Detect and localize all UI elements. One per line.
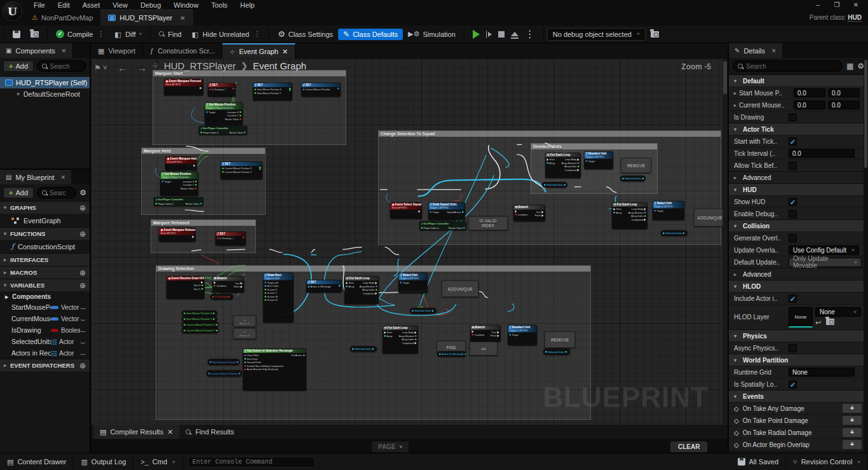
checkbox-checked[interactable]: ✓ bbox=[789, 198, 797, 206]
add-event-button[interactable]: + bbox=[843, 416, 862, 425]
graph-pill-current-mouse-position-y[interactable]: Current Mouse Position Y bbox=[182, 328, 219, 333]
graph-node-get-mouse-position[interactable]: ƒ Get Mouse PositionTarget is Player Con… bbox=[205, 102, 243, 125]
eye-closed-icon[interactable] bbox=[80, 352, 86, 355]
event-row-on-take-any-damage[interactable]: ◇On Take Any Damage bbox=[734, 405, 843, 412]
graph-pill-is-drawing[interactable]: Is Drawing bbox=[210, 294, 233, 300]
menu-tools[interactable]: Tools bbox=[205, 1, 233, 10]
eventgraph-item[interactable]: EventGraph bbox=[0, 214, 90, 227]
find-button[interactable]: Find bbox=[154, 29, 186, 40]
play-options-icon[interactable]: ⋮ bbox=[525, 28, 535, 40]
graph-pill-start-mouse-position-y[interactable]: Start Mouse Position Y bbox=[182, 316, 217, 322]
variable-selectedunits[interactable]: SelectedUnitsActor bbox=[0, 336, 90, 347]
display-filter-icon[interactable]: ▦ bbox=[846, 62, 853, 71]
graph-node-set[interactable]: ƒ SETCurrent Mouse Position XCurrent Mou… bbox=[220, 162, 262, 179]
details-section-default[interactable]: ▾Default bbox=[729, 74, 864, 86]
details-search[interactable] bbox=[733, 60, 843, 72]
menu-help[interactable]: Help bbox=[234, 1, 261, 10]
browse-asset-button[interactable] bbox=[25, 29, 44, 39]
variable-startmousepos[interactable]: StartMousePosVector bbox=[0, 301, 90, 313]
constructionscript-item[interactable]: ƒConstructionScript bbox=[0, 240, 90, 253]
frame-advance-button[interactable] bbox=[486, 31, 492, 38]
add-event-button[interactable]: + bbox=[843, 440, 862, 449]
my-blueprint-search[interactable] bbox=[37, 187, 76, 198]
graph-pill-selected-units[interactable]: Selected Units bbox=[542, 182, 567, 188]
add-macros-icon[interactable]: ⊕ bbox=[79, 268, 86, 277]
stop-button[interactable] bbox=[498, 31, 505, 38]
menu-debug[interactable]: Debug bbox=[135, 1, 166, 10]
graph-node-set[interactable]: ƒ SETActors in Rectangle bbox=[306, 280, 342, 293]
eye-closed-icon[interactable] bbox=[80, 317, 86, 321]
number-field[interactable]: 0.0 bbox=[828, 100, 860, 109]
graph-pill-selected-units[interactable]: Selected Units bbox=[661, 230, 688, 236]
components-search[interactable] bbox=[37, 60, 86, 72]
add-event-button[interactable]: + bbox=[843, 428, 862, 437]
text-field[interactable]: 0.0 bbox=[789, 149, 855, 158]
graph-node-for-each-loop[interactable]: ⟳ For Each LoopExecArrayLoop BodyArray E… bbox=[612, 202, 648, 229]
add-event-dispatchers-icon[interactable]: ⊕ bbox=[79, 361, 86, 370]
eye-closed-icon[interactable] bbox=[80, 306, 86, 309]
graph-pill-selected-units[interactable]: Selected Units bbox=[410, 308, 437, 314]
graph-pill-current-mouse-position-x[interactable]: Current Mouse Position X bbox=[182, 322, 219, 328]
simulation-button[interactable]: ▶⚙Simulation bbox=[403, 28, 461, 40]
details-section-collision[interactable]: ▾Collision bbox=[729, 219, 864, 232]
graph-pill-selected-units[interactable]: Selected Units bbox=[350, 346, 377, 352]
eject-button[interactable] bbox=[511, 32, 519, 36]
section-macros[interactable]: ▸MACROS⊕ bbox=[0, 266, 90, 279]
graph-node-event-marquee-released[interactable]: ◆ Event Marquee ReleasedFrom BP RTS bbox=[159, 228, 196, 242]
results-tab-find-results[interactable]: Find Results bbox=[179, 425, 240, 439]
all-saved-button[interactable]: All Saved bbox=[731, 453, 786, 470]
clear-button[interactable]: CLEAR bbox=[670, 441, 707, 452]
revision-control-button[interactable]: ⑂Revision Control˅ bbox=[786, 453, 868, 470]
checkbox[interactable] bbox=[789, 234, 797, 242]
checkbox[interactable] bbox=[789, 162, 797, 170]
breadcrumb-root[interactable]: HUD_RTSPlayer bbox=[164, 60, 236, 71]
event-graph-canvas[interactable]: ⚑ ˅ ← → ⁘ HUD_RTSPlayer ❯ Event Graph Zo… bbox=[91, 59, 728, 425]
graph-node-set[interactable]: ƒ SETCurrent Mouse Position bbox=[301, 83, 341, 97]
close-button[interactable]: ✕ bbox=[849, 1, 863, 9]
maximize-button[interactable]: ❐ bbox=[830, 1, 844, 9]
section-graphs[interactable]: ▾GRAPHS⊕ bbox=[0, 201, 90, 214]
checkbox-checked[interactable]: ✓ bbox=[789, 294, 797, 303]
my-blueprint-search-input[interactable] bbox=[50, 190, 72, 197]
graph-node-draw-rect[interactable]: ƒ Draw RectTarget is HUDTarget selfRect … bbox=[263, 273, 294, 322]
graph-node-deselect-unit[interactable]: ƒ Deselect UnitTarget is BP RTSTarget bbox=[584, 151, 613, 169]
minimize-button[interactable]: – bbox=[811, 1, 825, 9]
graph-node-remove[interactable]: REMOVE bbox=[545, 331, 575, 348]
close-icon[interactable]: ✕ bbox=[61, 174, 66, 181]
close-icon[interactable]: ✕ bbox=[167, 428, 173, 436]
console-command-input[interactable] bbox=[193, 459, 311, 466]
graph-node-[interactable]: == bbox=[470, 342, 498, 356]
debug-object-dropdown[interactable]: No debug object selected˅ bbox=[547, 28, 646, 41]
use-selected-icon[interactable]: ↩ bbox=[815, 319, 821, 327]
checkbox[interactable] bbox=[789, 113, 797, 121]
section-variables[interactable]: ▾VARIABLES⊕ bbox=[0, 279, 90, 291]
graph-pill-selected-units[interactable]: Selected Units bbox=[620, 176, 646, 181]
graph-node-get-actors-in-selection-rectangle[interactable]: ƒ Get Actors in Selection RectangleClass… bbox=[243, 349, 306, 391]
menu-edit[interactable]: Edit bbox=[52, 1, 76, 10]
content-drawer-button[interactable]: ▤Content Drawer bbox=[0, 453, 74, 470]
nav-back-icon[interactable]: ← bbox=[118, 62, 127, 73]
number-field[interactable]: 0.0 bbox=[794, 88, 825, 97]
graph-node-set[interactable]: ƒ SETStart Mouse Position XStart Mouse P… bbox=[253, 83, 292, 100]
graph-tab-construction-scr[interactable]: ƒConstruction Scr... bbox=[143, 43, 222, 59]
hlod-layer-thumbnail[interactable]: None bbox=[789, 307, 813, 328]
class-defaults-button[interactable]: ✎Class Defaults bbox=[338, 29, 403, 40]
diff-button[interactable]: Diff˅ bbox=[109, 29, 147, 40]
add-event-button[interactable]: + bbox=[843, 404, 862, 413]
graph-node-for-each-loop[interactable]: ⟳ For Each LoopExecArrayLoop BodyArray E… bbox=[344, 276, 379, 304]
details-search-input[interactable] bbox=[746, 63, 837, 70]
section-interfaces[interactable]: ▸INTERFACES bbox=[0, 253, 90, 266]
details-section-actor-tick[interactable]: ▾Actor Tick bbox=[729, 123, 864, 135]
graph-node-set[interactable]: ƒ SETIs Drawing bbox=[208, 83, 236, 97]
details-scrollbar[interactable] bbox=[864, 59, 868, 453]
unreal-logo-icon[interactable]: U bbox=[3, 1, 22, 21]
menu-view[interactable]: View bbox=[107, 1, 133, 10]
graph-pill-current-mouse-position[interactable]: Current Mouse Position bbox=[207, 370, 242, 377]
close-icon[interactable]: ✕ bbox=[771, 48, 776, 54]
checkbox-checked[interactable]: ✓ bbox=[789, 137, 797, 146]
graph-node-select-unit[interactable]: ƒ Select UnitTarget is BP RTSTarget bbox=[398, 273, 428, 293]
graph-node-[interactable]: −Add pin ⊕ bbox=[233, 315, 256, 327]
graph-node-[interactable]: −Add pin ⊕ bbox=[233, 328, 256, 339]
graph-node-deselect-unit[interactable]: ƒ Deselect UnitTarget is BP RTSTarget bbox=[508, 325, 537, 345]
dropdown-default-update[interactable]: Only Update Movable˅ bbox=[789, 258, 862, 267]
